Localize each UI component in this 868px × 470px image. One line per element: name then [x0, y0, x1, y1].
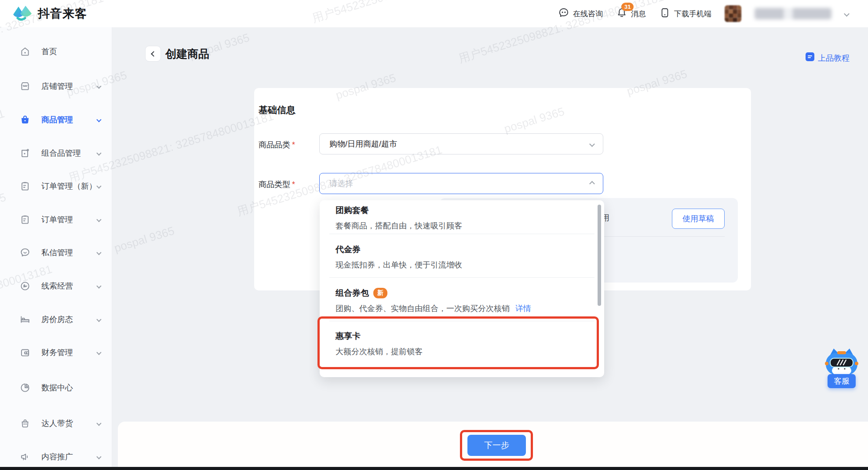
required-asterisk: *: [292, 140, 295, 149]
type-select[interactable]: 请选择: [319, 173, 603, 194]
chevron-down-icon[interactable]: [844, 11, 850, 17]
megaphone-icon: [19, 451, 31, 463]
dropdown-scrollbar[interactable]: [598, 205, 601, 306]
sidebar-item-finance[interactable]: 财务管理: [0, 342, 112, 363]
sidebar-item-label: 店铺管理: [41, 81, 73, 92]
sidebar-item-label: 订单管理（新）: [41, 181, 97, 191]
option-desc: 套餐商品，搭配自由，快速吸引顾客: [336, 220, 587, 231]
leads-icon: [19, 280, 31, 292]
messages-label: 消息: [631, 9, 646, 19]
sidebar-item-private-messages[interactable]: 私信管理: [0, 242, 112, 263]
divider: [329, 277, 594, 278]
sidebar-item-label: 首页: [41, 46, 57, 57]
sidebar-item-label: 财务管理: [41, 347, 73, 358]
page-title: 创建商品: [165, 47, 209, 61]
sidebar-item-label: 数据中心: [41, 382, 73, 393]
category-label: 商品品类*: [259, 140, 295, 150]
clipboard-icon: [19, 180, 31, 192]
divider: [329, 234, 594, 234]
sidebar-item-label: 商品管理: [41, 114, 73, 125]
sidebar-item-influencer[interactable]: 达人带货: [0, 413, 112, 434]
tutorial-link[interactable]: 上品教程: [805, 52, 850, 64]
chevron-down-icon: [96, 250, 101, 255]
home-icon: [19, 46, 31, 57]
category-select[interactable]: 购物/日用商超/超市: [319, 133, 603, 154]
dropdown-option-group-deal[interactable]: 团购套餐 套餐商品，搭配自由，快速吸引顾客: [336, 205, 587, 231]
chevron-down-icon: [589, 141, 595, 147]
sidebar-item-content-promotion[interactable]: 内容推广: [0, 446, 112, 467]
wallet-icon: [19, 347, 31, 358]
footer-bar: 下一步: [118, 422, 868, 467]
chat-smile-icon: [19, 247, 31, 258]
topbar-right: 在线咨询 31 消息 下载手: [558, 0, 849, 27]
sidebar-item-order-management[interactable]: 订单管理: [0, 209, 112, 230]
chevron-down-icon: [96, 454, 101, 459]
option-title: 组合券包 新: [336, 287, 587, 299]
watermark-text: pospal 9365: [113, 224, 177, 257]
messages-badge: 31: [621, 3, 634, 11]
sidebar-item-label: 线索经营: [41, 281, 73, 291]
pie-chart-icon: [19, 382, 31, 393]
sidebar-item-leads[interactable]: 线索经营: [0, 275, 112, 297]
logo-title: 抖音来客: [38, 6, 87, 22]
logo[interactable]: 抖音来客: [12, 4, 87, 23]
back-button[interactable]: [145, 46, 161, 62]
topbar: 抖音来客 在线咨询 31: [0, 0, 868, 27]
sidebar-item-label: 私信管理: [41, 247, 73, 258]
next-step-button[interactable]: 下一步: [467, 435, 526, 456]
sidebar: 首页 店铺管理 商品管理: [0, 27, 112, 470]
sidebar-item-shop-management[interactable]: 店铺管理: [0, 76, 112, 97]
type-select-placeholder: 请选择: [329, 178, 353, 189]
douyin-laike-logo-icon: [12, 4, 33, 23]
detail-link[interactable]: 详情: [515, 304, 531, 313]
sidebar-item-room-rates[interactable]: 房价房态: [0, 309, 112, 330]
category-select-value: 购物/日用商超/超市: [329, 139, 397, 149]
dropdown-option-voucher[interactable]: 代金券 现金抵扣券，出单快，便于引流增收: [336, 244, 587, 270]
sidebar-item-label: 内容推广: [41, 452, 73, 462]
dropdown-option-coupon-bundle[interactable]: 组合券包 新 团购、代金券、实物自由组合，一次购买分次核销 详情: [336, 287, 587, 314]
sidebar-item-label: 达人带货: [41, 418, 73, 429]
online-support-item[interactable]: 在线咨询: [558, 7, 603, 21]
sidebar-item-product-management[interactable]: 商品管理: [0, 109, 112, 130]
sidebar-item-data-center[interactable]: 数据中心: [0, 377, 112, 398]
download-app-item[interactable]: 下载手机端: [659, 7, 711, 21]
messages-item[interactable]: 31 消息: [616, 7, 646, 21]
option-title: 代金券: [336, 244, 587, 255]
sidebar-item-label: 房价房态: [41, 314, 73, 325]
account-name-blurred: [755, 8, 832, 19]
customer-service-label: 客服: [828, 374, 856, 388]
sidebar-item-combo-management[interactable]: 组合品管理: [0, 143, 112, 164]
option-title: 团购套餐: [336, 205, 587, 216]
app-window: 抖音来客 在线咨询 31: [0, 0, 868, 470]
bed-icon: [19, 314, 31, 325]
chevron-down-icon: [96, 421, 101, 426]
chevron-down-icon: [96, 151, 101, 155]
chevron-down-icon: [96, 184, 101, 188]
chevron-down-icon: [96, 117, 101, 122]
sidebar-item-home[interactable]: 首页: [0, 41, 112, 62]
use-draft-button[interactable]: 使用草稿: [672, 209, 725, 229]
divider: [329, 321, 594, 321]
shopping-bag-icon: [19, 418, 31, 429]
type-label: 商品类型*: [259, 179, 295, 190]
back-arrow-icon: [151, 51, 157, 57]
avatar[interactable]: [725, 5, 741, 22]
sidebar-item-order-management-new[interactable]: 订单管理（新）: [0, 176, 112, 197]
mobile-phone-icon: [659, 7, 671, 21]
option-title: 惠享卡: [336, 330, 587, 342]
customer-service-widget[interactable]: 客服: [821, 347, 863, 391]
option-desc: 团购、代金券、实物自由组合，一次购买分次核销 详情: [336, 303, 587, 314]
sidebar-item-label: 组合品管理: [41, 148, 81, 158]
section-title: 基础信息: [259, 104, 295, 116]
tutorial-link-label: 上品教程: [818, 53, 850, 63]
new-badge: 新: [373, 288, 387, 298]
chevron-down-icon: [96, 317, 101, 322]
basket-icon: [19, 114, 31, 125]
window-bottom-edge: [0, 467, 868, 470]
option-desc: 现金抵扣券，出单快，便于引流增收: [336, 260, 587, 270]
option-desc: 大额分次核销，提前锁客: [336, 346, 587, 357]
required-asterisk: *: [292, 180, 295, 189]
dropdown-option-benefit-card[interactable]: 惠享卡 大额分次核销，提前锁客: [336, 330, 587, 357]
chevron-down-icon: [96, 84, 101, 88]
package-icon: [19, 147, 31, 159]
